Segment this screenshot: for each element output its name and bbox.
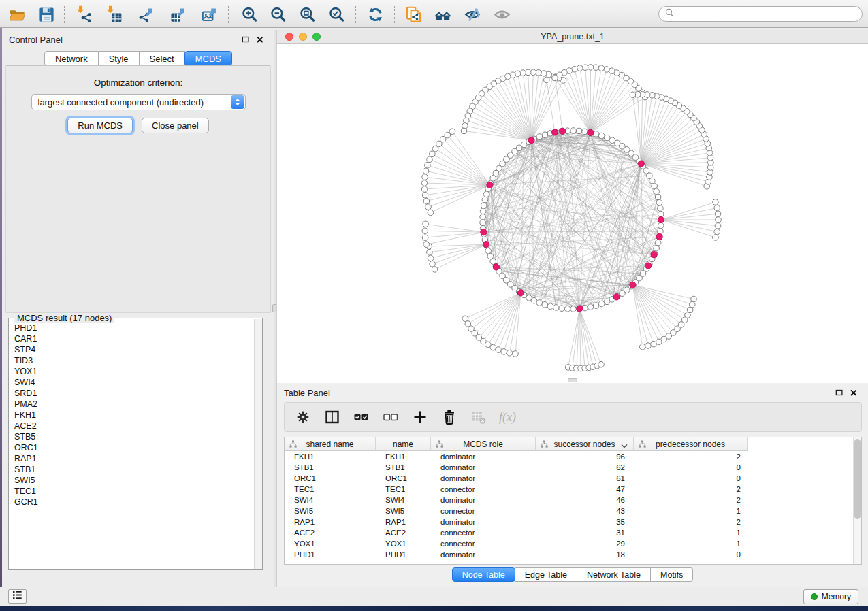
mcds-hub-node[interactable] [487,182,493,188]
graph-node[interactable] [658,205,664,212]
mcds-hub-node[interactable] [551,129,558,135]
tab-node-table[interactable]: Node Table [452,567,515,582]
graph-leaf-node[interactable] [425,204,432,210]
graph-node[interactable] [655,240,661,246]
tab-motifs[interactable]: Motifs [651,567,693,582]
mcds-result-item[interactable]: ORC1 [10,442,253,453]
column-header-name[interactable]: name [376,437,431,451]
import-table-button[interactable] [102,3,125,25]
graph-node[interactable] [588,304,594,310]
hide-selected-button[interactable] [461,3,484,25]
graph-node[interactable] [536,300,543,306]
zoom-window-icon[interactable] [312,33,321,41]
graph-leaf-node[interactable] [552,75,558,81]
graph-node[interactable] [480,208,486,214]
mcds-result-item[interactable]: CAR1 [10,333,253,344]
column-header-MCDS-role[interactable]: MCDS role [431,437,536,451]
mcds-result-item[interactable]: GCR1 [10,497,253,508]
graph-leaf-node[interactable] [513,351,519,357]
graph-node[interactable] [481,203,487,209]
mcds-result-item[interactable]: YOX1 [10,366,253,377]
add-column-button[interactable] [411,408,429,426]
graph-leaf-node[interactable] [432,267,438,273]
graph-node[interactable] [482,197,488,203]
graph-leaf-node[interactable] [582,65,588,71]
zoom-fit-button[interactable] [295,3,319,25]
graph-leaf-node[interactable] [490,344,496,350]
graph-leaf-node[interactable] [423,242,430,248]
graph-node[interactable] [652,183,658,189]
graph-leaf-node[interactable] [423,168,429,174]
graph-node[interactable] [547,303,553,310]
graph-leaf-node[interactable] [423,198,430,204]
mcds-result-item[interactable]: SWI4 [10,377,253,388]
graph-leaf-node[interactable] [421,186,428,193]
mcds-hub-node[interactable] [483,242,489,248]
mcds-result-item[interactable]: ACE2 [10,420,253,431]
tab-mcds[interactable]: MCDS [184,51,232,66]
graph-leaf-node[interactable] [421,180,428,186]
graph-leaf-node[interactable] [645,343,652,349]
graph-leaf-node[interactable] [507,350,513,357]
close-panel-icon[interactable] [255,35,265,44]
mcds-result-item[interactable]: FKH1 [10,410,253,420]
mcds-hub-node[interactable] [588,129,594,135]
graph-leaf-node[interactable] [691,296,697,302]
settings-button[interactable] [294,408,312,426]
table-row[interactable]: SWI4 SWI4 dominator 46 2 [285,495,853,506]
close-panel-icon[interactable] [849,388,858,397]
export-network-button[interactable] [135,3,158,25]
mcds-result-item[interactable]: SWI5 [10,475,253,486]
open-session-button[interactable] [5,3,29,25]
scrollbar-thumb[interactable] [854,439,861,519]
tab-network-table[interactable]: Network Table [577,567,651,582]
mcds-result-item[interactable]: SRD1 [10,388,253,399]
mcds-result-item[interactable]: STB1 [10,464,253,475]
mcds-result-item[interactable]: PHD1 [10,323,253,333]
table-row[interactable]: ORC1 ORC1 dominator 61 0 [285,473,853,484]
save-session-button[interactable] [35,3,58,25]
mcds-result-item[interactable]: TEC1 [10,486,253,497]
mcds-hub-node[interactable] [638,161,644,167]
mcds-hub-node[interactable] [613,294,620,300]
graph-leaf-node[interactable] [714,205,720,211]
export-table-button[interactable] [167,3,190,25]
graph-leaf-node[interactable] [422,193,428,199]
graph-node[interactable] [480,220,486,226]
deselect-all-button[interactable] [382,408,400,426]
graph-node[interactable] [655,194,661,200]
graph-node[interactable] [576,128,582,134]
delete-column-button[interactable] [440,408,458,426]
mcds-hub-node[interactable] [560,128,566,134]
mcds-list-scrollbar[interactable] [254,319,262,569]
float-panel-icon[interactable] [835,388,844,397]
zoom-in-button[interactable] [238,3,261,25]
zoom-selected-button[interactable] [325,3,348,25]
graph-leaf-node[interactable] [689,301,695,308]
graph-leaf-node[interactable] [461,128,467,134]
tab-select[interactable]: Select [140,51,185,66]
graph-leaf-node[interactable] [593,65,599,71]
graph-leaf-node[interactable] [422,228,428,234]
mcds-result-item[interactable]: STP4 [10,344,253,355]
graph-node[interactable] [593,303,599,309]
graph-node[interactable] [604,135,610,141]
graph-node[interactable] [654,245,660,251]
mcds-hub-node[interactable] [517,290,524,296]
graph-node[interactable] [564,306,570,312]
graph-node[interactable] [542,302,548,308]
tab-network[interactable]: Network [44,51,99,66]
graph-leaf-node[interactable] [715,223,721,229]
run-mcds-button[interactable]: Run MCDS [67,118,133,133]
graph-node[interactable] [570,306,577,312]
graph-node[interactable] [658,229,664,235]
horizontal-splitter-grip[interactable] [568,378,577,382]
mcds-hub-node[interactable] [645,263,652,269]
graph-leaf-node[interactable] [425,162,431,168]
graph-leaf-node[interactable] [428,255,434,261]
graph-leaf-node[interactable] [496,347,502,353]
graph-node[interactable] [483,191,489,197]
tab-edge-table[interactable]: Edge Table [515,567,577,582]
column-header-shared-name[interactable]: shared name [285,437,376,451]
search-box[interactable] [658,6,863,22]
